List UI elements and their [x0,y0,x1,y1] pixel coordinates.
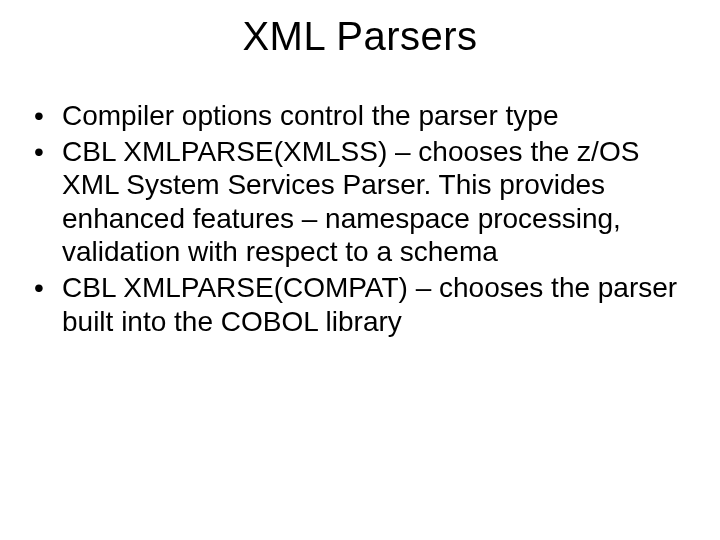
slide-body: Compiler options control the parser type… [0,59,720,338]
slide: XML Parsers Compiler options control the… [0,0,720,540]
list-item: CBL XMLPARSE(XMLSS) – chooses the z/OS X… [34,135,686,269]
bullet-list: Compiler options control the parser type… [34,99,686,338]
list-item: CBL XMLPARSE(COMPAT) – chooses the parse… [34,271,686,338]
list-item: Compiler options control the parser type [34,99,686,133]
slide-title: XML Parsers [0,0,720,59]
